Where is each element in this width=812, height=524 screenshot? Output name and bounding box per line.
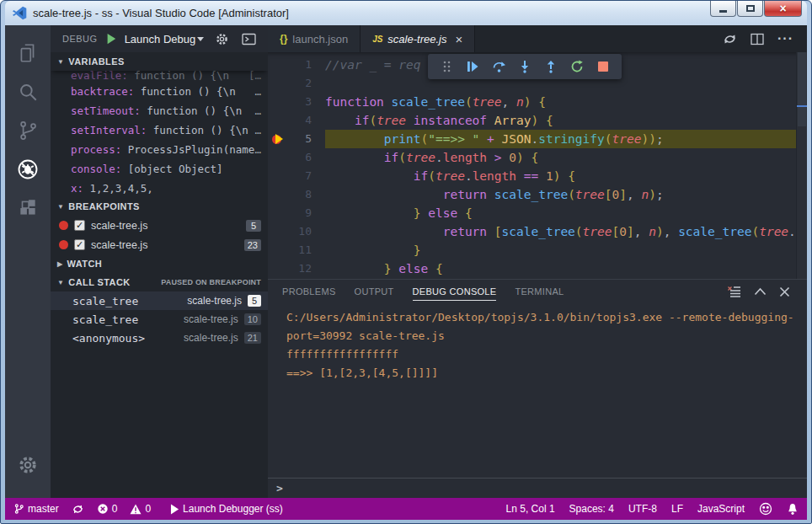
settings-gear-icon[interactable]: [8, 446, 47, 484]
step-out-button[interactable]: [541, 56, 561, 77]
breakpoint-checkbox[interactable]: ✓: [74, 239, 85, 250]
git-branch-item[interactable]: master: [13, 503, 59, 515]
code-line[interactable]: 9 } else {: [268, 204, 807, 222]
configure-gear-icon[interactable]: [215, 32, 229, 46]
code-text: print("==>> " + JSON.stringify(tree));: [325, 130, 807, 148]
switch-editors-icon[interactable]: [723, 32, 737, 46]
code-line[interactable]: 5 print("==>> " + JSON.stringify(tree));: [268, 130, 807, 148]
watch-section-header[interactable]: ▶ WATCH: [51, 254, 268, 273]
variables-section-header[interactable]: ▼ VARIABLES: [51, 52, 268, 71]
code-line[interactable]: 8 return scale_tree(tree[0], n);: [268, 185, 807, 204]
editor-gutter[interactable]: 9: [268, 204, 325, 222]
variable-row[interactable]: setTimeout: function () {\n…: [71, 101, 268, 120]
panel-tab-problems[interactable]: PROBLEMS: [273, 280, 345, 303]
debug-console-input[interactable]: >: [268, 478, 807, 498]
search-icon[interactable]: [8, 72, 47, 111]
variable-row[interactable]: backtrace: function () {\n…: [71, 82, 268, 101]
launch-debugger-item[interactable]: Launch Debugger (ss): [170, 503, 283, 515]
minimize-button[interactable]: [710, 1, 736, 17]
continue-button[interactable]: [462, 56, 483, 77]
tab-launch-json[interactable]: {} launch.json: [268, 25, 361, 52]
variable-row[interactable]: x: 1,2,3,4,5,: [71, 179, 268, 197]
editor-gutter[interactable]: 6: [268, 148, 325, 167]
token-pn: [325, 243, 414, 257]
encoding-indicator[interactable]: UTF-8: [628, 503, 657, 515]
warning-icon: [130, 504, 142, 515]
more-actions-icon[interactable]: ···: [777, 31, 793, 46]
variable-row[interactable]: console: [object Object]: [71, 159, 268, 179]
editor-gutter[interactable]: 4: [268, 111, 325, 130]
call-stack-frame[interactable]: scale_treescale-tree.js5: [51, 291, 268, 310]
call-stack-frame[interactable]: <anonymous>scale-tree.js21: [51, 329, 268, 347]
code-line[interactable]: 12 } else {: [268, 259, 807, 278]
call-stack-frame[interactable]: scale_treescale-tree.js10: [51, 310, 268, 329]
code-line[interactable]: 10 return [scale_tree(tree[0], n), scale…: [268, 222, 807, 241]
editor-gutter[interactable]: 11: [268, 241, 325, 259]
debug-console-output[interactable]: C:/Users/Administrator/Desktop/topjs/3.1…: [268, 303, 807, 478]
code-editor[interactable]: 1//var _ = req23function scale_tree(tree…: [268, 52, 807, 279]
maximize-button[interactable]: [737, 1, 763, 17]
token-pn: [487, 151, 494, 164]
errors-item[interactable]: 0: [97, 503, 118, 515]
breakpoint-row[interactable]: ✓scale-tree.js23: [51, 235, 268, 254]
restart-button[interactable]: [567, 56, 587, 77]
split-editor-icon[interactable]: [751, 33, 764, 45]
code-line[interactable]: 3function scale_tree(tree, n) {: [268, 93, 807, 111]
breakpoint-row[interactable]: ✓scale-tree.js5: [51, 216, 268, 235]
extensions-icon[interactable]: [8, 189, 47, 227]
variable-name: setTimeout:: [71, 104, 141, 117]
step-over-button[interactable]: [489, 56, 509, 77]
editor-gutter[interactable]: 12: [268, 259, 325, 278]
debug-console-toggle-icon[interactable]: [242, 33, 256, 45]
sync-item[interactable]: [72, 503, 84, 516]
breakpoint-checkbox[interactable]: ✓: [74, 220, 85, 231]
eol-indicator[interactable]: LF: [671, 503, 683, 515]
close-button[interactable]: ×: [764, 1, 802, 17]
variable-row[interactable]: evalFile: function () {\n[…: [71, 71, 268, 82]
status-bar: master 0 0 La: [5, 498, 807, 520]
execution-arrow-icon: [275, 134, 283, 144]
token-kw: else: [398, 262, 428, 275]
panel-tab-debug-console[interactable]: DEBUG CONSOLE: [403, 280, 506, 303]
tab-close-icon[interactable]: ×: [455, 32, 462, 46]
line-col-indicator[interactable]: Ln 5, Col 1: [506, 503, 555, 515]
toolbar-drag-handle[interactable]: [436, 56, 457, 77]
code-line[interactable]: 4 if(tree instanceof Array) {: [268, 111, 807, 130]
step-into-button[interactable]: [515, 56, 535, 77]
debug-config-dropdown[interactable]: Launch Debug: [125, 33, 205, 45]
panel-tab-terminal[interactable]: TERMINAL: [505, 280, 573, 303]
explorer-icon[interactable]: [8, 34, 47, 72]
editor-gutter[interactable]: 3: [268, 93, 325, 111]
editor-gutter[interactable]: 2: [268, 74, 325, 93]
tab-label: launch.json: [292, 33, 348, 45]
clear-console-icon[interactable]: [727, 286, 741, 298]
maximize-panel-icon[interactable]: [754, 287, 767, 296]
editor-gutter[interactable]: 5: [268, 130, 325, 148]
tab-scale-tree-js[interactable]: JS scale-tree.js ×: [361, 25, 475, 52]
debug-icon[interactable]: [8, 150, 47, 189]
close-panel-icon[interactable]: [779, 286, 790, 297]
panel-tab-output[interactable]: OUTPUT: [345, 280, 403, 303]
indent-indicator[interactable]: Spaces: 4: [569, 503, 614, 515]
code-line[interactable]: 7 if(tree.length == 1) {: [268, 167, 807, 185]
code-line[interactable]: 6 if(tree.length > 0) {: [268, 148, 807, 167]
notifications-bell-icon[interactable]: [787, 503, 799, 516]
stop-button[interactable]: [593, 56, 613, 77]
breakpoints-section-header[interactable]: ▼ BREAKPOINTS: [51, 197, 268, 216]
code-line[interactable]: 11 }: [268, 241, 807, 259]
editor-gutter[interactable]: 1: [268, 56, 325, 74]
feedback-smiley-icon[interactable]: [759, 502, 772, 516]
editor-gutter[interactable]: 7: [268, 167, 325, 185]
editor-gutter[interactable]: 10: [268, 222, 325, 241]
source-control-icon[interactable]: [8, 111, 47, 150]
start-debug-icon[interactable]: [105, 33, 117, 45]
call-stack-section-header[interactable]: ▼ CALL STACK PAUSED ON BREAKPOINT: [51, 273, 268, 291]
language-indicator[interactable]: JavaScript: [697, 503, 745, 515]
code-text: function scale_tree(tree, n) {: [325, 93, 807, 111]
editor-scrollbar[interactable]: [796, 52, 807, 279]
warnings-item[interactable]: 0: [130, 503, 151, 515]
line-number: 2: [286, 74, 325, 93]
editor-gutter[interactable]: 8: [268, 185, 325, 204]
variable-row[interactable]: setInterval: function () {\n…: [71, 120, 268, 140]
variable-row[interactable]: process: ProcessJsPlugin(name…: [71, 140, 268, 159]
